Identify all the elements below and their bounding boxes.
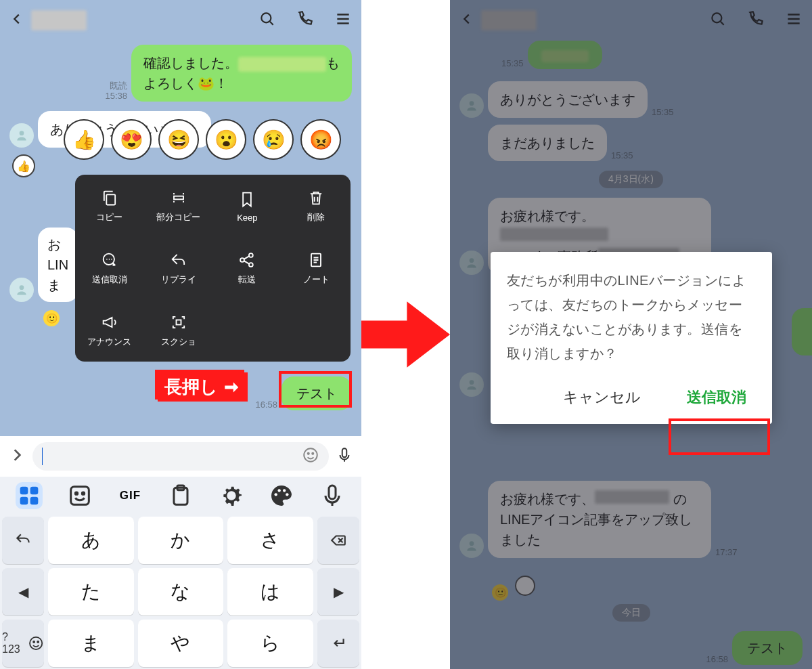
kbd-sticker-icon[interactable] bbox=[66, 482, 93, 509]
reaction-picker: 👍 😍 😆 😮 😢 😡 bbox=[64, 119, 341, 160]
ctx-keep[interactable]: Keep bbox=[213, 175, 282, 237]
kbd-key[interactable]: ら bbox=[227, 620, 313, 667]
ctx-forward[interactable]: 転送 bbox=[213, 237, 282, 299]
unsend-confirm-dialog: 友だちが利用中のLINEバージョンによっては、友だちのトークからメッセージが消え… bbox=[491, 252, 772, 424]
avatar[interactable] bbox=[9, 123, 34, 148]
reaction-smile-icon[interactable]: 🙂 bbox=[43, 310, 60, 326]
svg-rect-17 bbox=[20, 497, 28, 505]
keyboard-toolbar: GIF bbox=[0, 477, 361, 515]
svg-point-31 bbox=[37, 641, 39, 643]
kbd-key[interactable]: さ bbox=[227, 517, 313, 564]
svg-point-24 bbox=[275, 493, 277, 496]
sticker-reaction-icon[interactable]: 👍 bbox=[12, 154, 35, 177]
chat-header bbox=[0, 0, 361, 41]
call-icon[interactable] bbox=[296, 10, 314, 30]
frog-emoji-icon: 🐸 bbox=[198, 76, 215, 91]
message-input-bar bbox=[0, 436, 361, 477]
kbd-key[interactable]: た bbox=[48, 568, 134, 616]
ctx-reply[interactable]: リプライ bbox=[144, 237, 213, 299]
ctx-unsend[interactable]: 送信取消 bbox=[75, 237, 144, 299]
kbd-key[interactable]: ま bbox=[48, 620, 134, 667]
kbd-mode-switch[interactable]: ?123 bbox=[2, 620, 44, 667]
sticker-angry-icon[interactable]: 😡 bbox=[300, 119, 341, 160]
message-time: 16:58 bbox=[255, 400, 277, 410]
svg-rect-16 bbox=[30, 487, 39, 495]
sticker-thumbsup-icon[interactable]: 👍 bbox=[64, 119, 104, 160]
kbd-right[interactable]: ▶ bbox=[317, 568, 359, 616]
ctx-note[interactable]: ノート bbox=[281, 237, 351, 299]
svg-point-13 bbox=[312, 453, 313, 454]
kbd-key[interactable]: か bbox=[138, 517, 224, 564]
svg-rect-3 bbox=[106, 194, 115, 204]
kbd-key[interactable]: な bbox=[138, 568, 224, 616]
svg-rect-28 bbox=[329, 485, 336, 499]
ctx-partial-copy[interactable]: 部分コピー bbox=[144, 175, 213, 237]
ctx-screenshot[interactable]: スクショ bbox=[144, 299, 213, 362]
svg-point-11 bbox=[304, 448, 317, 462]
svg-point-20 bbox=[75, 492, 77, 494]
ctx-delete[interactable]: 削除 bbox=[281, 175, 351, 237]
dialog-cancel-button[interactable]: キャンセル bbox=[554, 383, 650, 412]
kbd-palette-icon[interactable] bbox=[268, 482, 295, 509]
message-meta: 既読15:38 bbox=[105, 81, 127, 102]
message-input[interactable] bbox=[32, 442, 329, 471]
sticker-hearteyes-icon[interactable]: 😍 bbox=[111, 119, 152, 160]
svg-rect-14 bbox=[342, 448, 347, 457]
svg-point-27 bbox=[286, 493, 288, 496]
expand-icon[interactable] bbox=[8, 446, 26, 467]
screenshot-left: 既読15:38 確認しました。も よろしく🐸！ ありがとうございます！ 39 👍… bbox=[0, 0, 361, 669]
chat-title-redacted bbox=[31, 10, 87, 30]
dialog-message: 友だちが利用中のLINEバージョンによっては、友だちのトークからメッセージが消え… bbox=[507, 268, 756, 366]
kbd-gif-button[interactable]: GIF bbox=[116, 482, 143, 509]
svg-rect-4 bbox=[174, 196, 183, 200]
svg-point-2 bbox=[20, 285, 24, 290]
svg-point-21 bbox=[82, 492, 84, 494]
kbd-mic-icon[interactable] bbox=[319, 482, 346, 509]
received-message-bubble[interactable]: おLINま bbox=[38, 228, 78, 302]
back-icon[interactable] bbox=[9, 12, 24, 29]
svg-point-12 bbox=[308, 453, 309, 454]
kbd-apps-icon[interactable] bbox=[16, 482, 43, 509]
soft-keyboard: GIF あ か さ ◀ た な は ▶ ?123 bbox=[0, 477, 361, 669]
svg-point-29 bbox=[30, 637, 42, 649]
kbd-clipboard-icon[interactable] bbox=[167, 482, 194, 509]
sent-message-bubble[interactable]: 確認しました。も よろしく🐸！ bbox=[131, 45, 352, 102]
kbd-key[interactable]: や bbox=[138, 620, 224, 667]
sticker-surprised-icon[interactable]: 😮 bbox=[206, 119, 246, 160]
ctx-copy[interactable]: コピー bbox=[75, 175, 144, 237]
svg-rect-18 bbox=[30, 497, 39, 505]
kbd-enter[interactable] bbox=[317, 620, 359, 667]
svg-rect-19 bbox=[71, 487, 89, 505]
ctx-announce[interactable]: アナウンス bbox=[75, 299, 144, 362]
sent-message-bubble-test[interactable]: テスト bbox=[281, 376, 352, 410]
svg-rect-15 bbox=[20, 487, 28, 495]
kbd-undo[interactable] bbox=[2, 517, 44, 564]
svg-point-25 bbox=[278, 489, 281, 492]
message-context-menu: コピー 部分コピー Keep 削除 送信取消 リプライ bbox=[75, 175, 351, 362]
mic-icon[interactable] bbox=[336, 446, 353, 467]
svg-point-1 bbox=[20, 131, 24, 135]
svg-point-0 bbox=[261, 13, 271, 22]
svg-rect-10 bbox=[176, 320, 181, 325]
kbd-settings-icon[interactable] bbox=[218, 482, 245, 509]
kbd-left[interactable]: ◀ bbox=[2, 568, 44, 616]
kbd-backspace[interactable] bbox=[317, 517, 359, 564]
svg-point-30 bbox=[33, 641, 35, 643]
avatar[interactable] bbox=[9, 278, 34, 302]
search-icon[interactable] bbox=[258, 10, 276, 30]
sticker-cry-icon[interactable]: 😢 bbox=[253, 119, 294, 160]
svg-point-26 bbox=[283, 489, 286, 492]
sticker-laugh-icon[interactable]: 😆 bbox=[158, 119, 199, 160]
emoji-icon[interactable] bbox=[302, 446, 319, 467]
dialog-confirm-button[interactable]: 送信取消 bbox=[677, 383, 756, 412]
kbd-key[interactable]: は bbox=[227, 568, 313, 616]
menu-icon[interactable] bbox=[334, 10, 352, 30]
screenshot-right: 15:35 ありがとうございます 15:35 まだありました 15:35 4月3… bbox=[450, 0, 812, 669]
annotation-arrow bbox=[361, 0, 450, 669]
kbd-key[interactable]: あ bbox=[48, 517, 134, 564]
annotation-longpress: 長押し bbox=[158, 372, 248, 402]
